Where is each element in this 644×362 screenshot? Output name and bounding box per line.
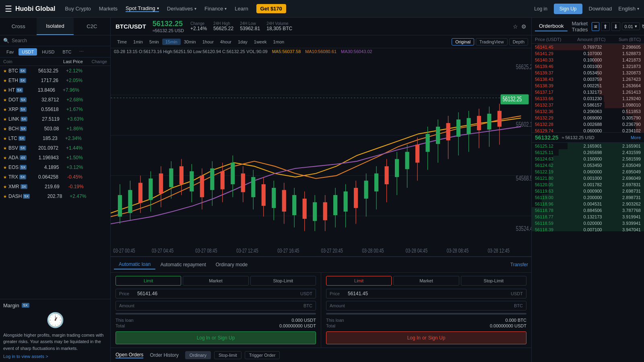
star-icon[interactable]: ★ bbox=[3, 146, 7, 150]
buy-market-btn[interactable]: Market bbox=[183, 276, 248, 286]
settings-icon[interactable]: ⚙ bbox=[521, 23, 526, 30]
star-icon[interactable]: ★ bbox=[3, 69, 7, 73]
view-btn-tradingview[interactable]: TradingView bbox=[476, 38, 508, 45]
ask-row[interactable]: 56129.74 0.060000 0.234102 bbox=[532, 128, 644, 132]
tab-c2c[interactable]: C2C bbox=[74, 18, 110, 35]
star-icon[interactable]: ★ bbox=[3, 78, 7, 83]
list-item[interactable]: ★ ETH 5X 1717.26 +2.05% bbox=[0, 76, 110, 85]
tab-usdt[interactable]: USDT bbox=[19, 48, 37, 56]
list-item[interactable]: ★ LINK 5X 27.5119 +3.63% bbox=[0, 114, 110, 124]
view-btn-depth[interactable]: Depth bbox=[509, 38, 528, 45]
buy-slider[interactable] bbox=[116, 313, 316, 315]
list-item[interactable]: ★ BTC 5X 56132.25 +2.12% bbox=[0, 66, 110, 76]
language-selector[interactable]: English ▾ bbox=[618, 6, 639, 12]
bid-row[interactable]: 56120.05 0.001782 2.697831 bbox=[532, 181, 644, 188]
ask-row[interactable]: 56138.43 0.003759 1.267423 bbox=[532, 76, 644, 82]
star-icon[interactable]: ★ bbox=[3, 117, 7, 121]
tab-auto-loan[interactable]: Automatic loan bbox=[114, 260, 155, 269]
nav-derivatives[interactable]: Derivatives ▾ bbox=[167, 6, 196, 12]
star-icon[interactable]: ☆ bbox=[513, 23, 518, 30]
star-icon[interactable]: ★ bbox=[3, 156, 7, 160]
tab-fav[interactable]: Fav bbox=[3, 48, 17, 56]
star-icon[interactable]: ★ bbox=[3, 194, 7, 199]
nav-learn[interactable]: Learn bbox=[235, 6, 248, 12]
ask-row[interactable]: 56140.33 0.100000 1.421873 bbox=[532, 57, 644, 63]
ask-row[interactable]: 56141.45 0.769732 2.298605 bbox=[532, 44, 644, 50]
nav-markets[interactable]: Markets bbox=[99, 6, 118, 12]
view-btn-original[interactable]: Original bbox=[452, 38, 474, 45]
list-item[interactable]: ★ ADA 4X 1.196943 +1.50% bbox=[0, 153, 110, 162]
sell-login-btn[interactable]: Log In or Sign Up bbox=[326, 331, 526, 344]
star-icon[interactable]: ★ bbox=[3, 185, 7, 189]
tab-order-history[interactable]: Order History bbox=[150, 352, 178, 358]
bid-row[interactable]: 56125.12 2.165901 2.165901 bbox=[532, 143, 644, 149]
download-button[interactable]: Download bbox=[589, 6, 612, 12]
time-btn-1hour[interactable]: 1hour bbox=[199, 39, 217, 45]
time-btn-1min[interactable]: 1min bbox=[130, 39, 146, 45]
star-icon[interactable]: ★ bbox=[3, 136, 7, 141]
time-btn-4hour[interactable]: 4hour bbox=[217, 39, 235, 45]
bid-row[interactable]: 56118.59 0.020000 3.939941 bbox=[532, 220, 644, 226]
bid-row[interactable]: 56118.77 0.132173 3.919941 bbox=[532, 214, 644, 220]
buy-limit-btn[interactable]: Limit bbox=[116, 276, 181, 286]
ask-row[interactable]: 56138.39 0.002251 1.263664 bbox=[532, 82, 644, 89]
logo[interactable]: ☰ Huobi Global bbox=[5, 4, 56, 14]
time-btn-5min[interactable]: 5min bbox=[146, 39, 162, 45]
star-icon[interactable]: ★ bbox=[3, 107, 7, 112]
sell-price-input[interactable] bbox=[348, 291, 511, 296]
sell-limit-btn[interactable]: Limit bbox=[326, 276, 392, 286]
signup-button[interactable]: Sign Up bbox=[554, 4, 582, 14]
list-item[interactable]: ★ BSV 5X 201.0972 +1.44% bbox=[0, 143, 110, 153]
trading-pair[interactable]: BTC/USDT bbox=[116, 23, 146, 30]
ask-row[interactable]: 56132.28 0.002688 0.236790 bbox=[532, 121, 644, 128]
buy-login-btn[interactable]: Log In or Sign Up bbox=[116, 331, 316, 344]
star-icon[interactable]: ★ bbox=[3, 88, 7, 93]
list-item[interactable]: ★ XRP 5X 0.55618 +1.67% bbox=[0, 105, 110, 114]
nav-get-bonus[interactable]: Get $170 bbox=[256, 4, 286, 13]
ask-row[interactable]: 56133.66 0.031230 1.129240 bbox=[532, 95, 644, 102]
menu-icon[interactable]: ☰ bbox=[5, 4, 12, 14]
bid-row[interactable]: 56124.62 0.053450 2.635049 bbox=[532, 162, 644, 169]
time-btn-30min[interactable]: 30min bbox=[181, 39, 199, 45]
bid-row[interactable]: 56118.78 0.884506 3.787768 bbox=[532, 207, 644, 214]
nav-finance[interactable]: Finance ▾ bbox=[204, 6, 227, 12]
ask-row[interactable]: 56139.37 0.053450 1.320873 bbox=[532, 70, 644, 76]
time-btn-1day[interactable]: 1day bbox=[235, 39, 251, 45]
bid-row[interactable]: 56118.39 0.007100 3.947041 bbox=[532, 226, 644, 231]
buy-amount-input[interactable] bbox=[137, 303, 303, 309]
ob-view-all[interactable]: ≡ bbox=[592, 22, 599, 31]
bid-row[interactable]: 56119.00 0.200000 2.898731 bbox=[532, 194, 644, 201]
list-item[interactable]: ★ LTC 5X 185.23 +2.34% bbox=[0, 134, 110, 143]
bid-row[interactable]: 56118.96 0.004531 2.903262 bbox=[532, 201, 644, 207]
list-item[interactable]: ★ HT 5X 13.8406 +7.96% bbox=[0, 85, 110, 95]
star-icon[interactable]: ★ bbox=[3, 165, 7, 170]
tab-market-trades[interactable]: Market Trades bbox=[568, 19, 592, 34]
list-item[interactable]: ★ XMR 3X 219.69 -0.19% bbox=[0, 182, 110, 191]
star-icon[interactable]: ★ bbox=[3, 127, 7, 131]
ask-row[interactable]: 56139.46 0.001000 1.321873 bbox=[532, 63, 644, 70]
time-btn-1week[interactable]: 1week bbox=[251, 39, 270, 45]
buy-price-input[interactable] bbox=[137, 291, 300, 296]
ask-row[interactable]: 56132.29 0.069000 0.305790 bbox=[532, 115, 644, 121]
buy-stop-limit-btn[interactable]: Stop-Limit bbox=[250, 276, 316, 286]
ask-row[interactable]: 56132.36 0.206063 0.511853 bbox=[532, 108, 644, 115]
bid-row[interactable]: 56125.11 0.265698 2.431599 bbox=[532, 149, 644, 156]
bid-row[interactable]: 56124.63 0.150000 2.581599 bbox=[532, 156, 644, 162]
ob-view-asks[interactable]: ⬆ bbox=[601, 22, 610, 31]
ask-row[interactable]: 56132.37 0.586157 1.098010 bbox=[532, 102, 644, 108]
tab-open-orders[interactable]: Open Orders bbox=[116, 352, 143, 358]
sell-market-btn[interactable]: Market bbox=[393, 276, 459, 286]
list-item[interactable]: ★ TRX 5X 0.064258 -0.45% bbox=[0, 172, 110, 182]
ask-row[interactable]: 56141.29 0.107000 1.528873 bbox=[532, 50, 644, 57]
sell-slider[interactable] bbox=[326, 313, 526, 315]
login-button[interactable]: Log in bbox=[534, 6, 547, 12]
ob-precision-selector[interactable]: 0.01 ▾ bbox=[622, 23, 640, 30]
filter-stop-limit[interactable]: Stop-limit bbox=[214, 351, 242, 359]
time-btn-15min[interactable]: 15min bbox=[162, 39, 181, 45]
search-input[interactable] bbox=[12, 38, 107, 43]
more-icon[interactable]: ⋯ bbox=[76, 48, 87, 56]
star-icon[interactable]: ★ bbox=[3, 98, 7, 102]
nav-spot-trading[interactable]: Spot Trading ▾ bbox=[126, 5, 159, 12]
ob-refresh-icon[interactable]: ↻ bbox=[642, 23, 644, 30]
bid-row[interactable]: 56119.63 0.000900 2.698731 bbox=[532, 188, 644, 194]
